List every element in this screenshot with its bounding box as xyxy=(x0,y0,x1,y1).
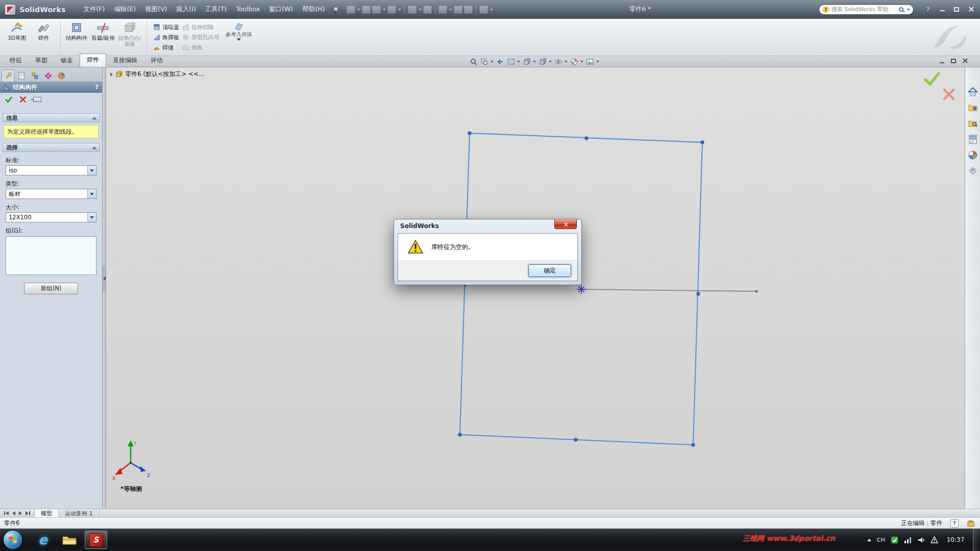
rendering-tab[interactable] xyxy=(55,69,68,82)
trim-extend-button[interactable]: 剪裁/延伸 xyxy=(90,20,116,54)
design-library-icon[interactable] xyxy=(968,103,978,113)
reference-geometry-dropdown-icon[interactable] xyxy=(237,38,241,41)
hole-wizard-button[interactable]: 异型孔向导 xyxy=(182,33,219,41)
view-palette-icon[interactable] xyxy=(968,134,978,144)
edit-appearance-icon[interactable] xyxy=(569,57,579,66)
help-search-box[interactable]: ? xyxy=(819,4,914,15)
file-explorer-taskbar-button[interactable] xyxy=(58,531,81,549)
menu-window[interactable]: 窗口(W) xyxy=(264,3,298,16)
rebuild-icon[interactable] xyxy=(454,6,462,14)
document-minimize-icon[interactable] xyxy=(940,62,944,63)
cancel-sketch-icon[interactable] xyxy=(942,88,955,101)
zoom-dropdown-icon[interactable] xyxy=(491,61,494,63)
select-icon[interactable] xyxy=(438,6,447,14)
menu-file[interactable]: 文件(F) xyxy=(79,3,109,16)
view-orientation-dropdown-icon[interactable] xyxy=(533,61,536,63)
hide-show-dropdown-icon[interactable] xyxy=(565,61,568,63)
search-dropdown-icon[interactable] xyxy=(907,9,910,11)
ok-check-icon[interactable] xyxy=(5,95,13,104)
feature-tree-root[interactable]: 零件6 (默认<按加工> <<... xyxy=(125,70,205,79)
tab-sheet-metal[interactable]: 钣金 xyxy=(54,55,80,67)
collapse-chevron-icon[interactable] xyxy=(92,117,96,121)
extruded-boss-button[interactable]: 拉伸凸台/基体 xyxy=(117,20,142,54)
menu-edit[interactable]: 编辑(E) xyxy=(109,3,140,16)
show-desktop-button[interactable] xyxy=(973,529,979,551)
sketch-point[interactable] xyxy=(692,443,695,446)
apply-scene-icon[interactable] xyxy=(585,57,595,66)
selection-section-header[interactable]: 选择 xyxy=(3,143,100,152)
solidworks-taskbar-button[interactable]: S xyxy=(85,531,107,549)
help-button[interactable]: ? xyxy=(924,6,932,13)
standard-dropdown[interactable]: iso xyxy=(6,165,96,176)
options-icon[interactable] xyxy=(479,6,488,14)
weld-bead-button[interactable]: 焊缝 xyxy=(153,43,179,52)
print-icon[interactable] xyxy=(387,6,396,14)
collapse-chevron-icon[interactable] xyxy=(92,147,96,151)
volume-tray-icon[interactable] xyxy=(917,536,925,544)
sketch-point[interactable] xyxy=(468,132,471,135)
view-orientation-icon[interactable] xyxy=(522,57,531,66)
action-center-tray-icon[interactable] xyxy=(930,536,938,544)
sketch-origin-icon[interactable] xyxy=(577,285,586,294)
reference-line[interactable] xyxy=(581,289,756,291)
tab-features[interactable]: 特征 xyxy=(3,55,29,67)
sketch-midpoint[interactable] xyxy=(574,438,577,441)
input-language-indicator[interactable]: CH xyxy=(877,537,885,543)
splitter-grip[interactable] xyxy=(103,265,106,292)
propertymanager-tab[interactable] xyxy=(2,69,15,82)
tab-direct-editing[interactable]: 直接编辑 xyxy=(106,55,144,67)
save-icon[interactable] xyxy=(372,6,381,14)
start-button[interactable] xyxy=(3,530,22,549)
select-dropdown-icon[interactable] xyxy=(449,9,452,11)
sketch-midpoint[interactable] xyxy=(585,137,588,140)
next-tab-button[interactable] xyxy=(19,511,22,515)
graphics-viewport[interactable]: 零件6 (默认<按加工> <<... xyxy=(106,67,965,509)
section-view-dropdown-icon[interactable] xyxy=(517,61,520,63)
status-toolbox-icon[interactable] xyxy=(967,519,975,528)
quick-tips-help-button[interactable]: ? xyxy=(950,519,959,528)
flyout-arrow-icon[interactable] xyxy=(110,72,113,77)
last-tab-button[interactable] xyxy=(26,511,30,515)
internet-explorer-button[interactable]: e xyxy=(32,531,54,549)
3d-sketch-button[interactable]: 3D草图 xyxy=(4,20,30,54)
appearance-dropdown-icon[interactable] xyxy=(580,61,583,63)
antivirus-tray-icon[interactable] xyxy=(891,536,898,544)
structural-member-button[interactable]: 结构构件 xyxy=(64,20,89,54)
keep-visible-pin-icon[interactable] xyxy=(33,97,41,102)
maximize-button[interactable] xyxy=(952,6,961,13)
undo-icon[interactable] xyxy=(408,6,416,14)
options-dropdown-icon[interactable] xyxy=(490,9,493,11)
taskbar-clock[interactable]: 10:37 xyxy=(944,536,967,543)
solidworks-resources-home-icon[interactable] xyxy=(968,87,978,97)
gusset-button[interactable]: 角撑板 xyxy=(153,33,179,41)
sketch-midpoint[interactable] xyxy=(697,292,700,295)
extruded-cut-button[interactable]: 拉伸切除 xyxy=(182,23,219,31)
line-endpoint[interactable] xyxy=(755,290,757,292)
sketch-point[interactable] xyxy=(701,141,704,144)
new-document-dropdown-icon[interactable] xyxy=(357,9,360,11)
document-close-icon[interactable] xyxy=(963,58,968,63)
weldment-button[interactable]: 焊件 xyxy=(31,20,56,54)
chamfer-button[interactable]: 倒角 xyxy=(182,43,219,52)
file-explorer-icon[interactable] xyxy=(968,118,978,129)
propertymanager-help-button[interactable]: ? xyxy=(95,84,99,91)
scene-dropdown-icon[interactable] xyxy=(596,61,599,63)
custom-properties-icon[interactable] xyxy=(968,166,978,176)
network-tray-icon[interactable] xyxy=(904,536,912,544)
search-icon[interactable] xyxy=(899,7,903,12)
help-search-input[interactable] xyxy=(831,6,899,13)
menu-insert[interactable]: 插入(I) xyxy=(172,3,200,16)
panel-splitter[interactable] xyxy=(103,67,106,509)
feature-tree-flyout[interactable]: 零件6 (默认<按加工> <<... xyxy=(110,70,205,79)
type-dropdown[interactable]: 板材 xyxy=(6,189,96,199)
display-style-icon[interactable] xyxy=(537,57,547,66)
zoom-fit-icon[interactable] xyxy=(469,57,478,66)
cancel-x-icon[interactable] xyxy=(19,95,27,104)
print-dropdown-icon[interactable] xyxy=(398,9,401,11)
zoom-area-icon[interactable] xyxy=(479,57,489,66)
minimize-button[interactable] xyxy=(938,6,946,13)
new-group-button[interactable]: 新组(N) xyxy=(24,283,78,294)
configurationmanager-tab[interactable] xyxy=(28,69,41,82)
document-restore-icon[interactable] xyxy=(951,59,956,63)
sketch-point[interactable] xyxy=(458,433,461,436)
